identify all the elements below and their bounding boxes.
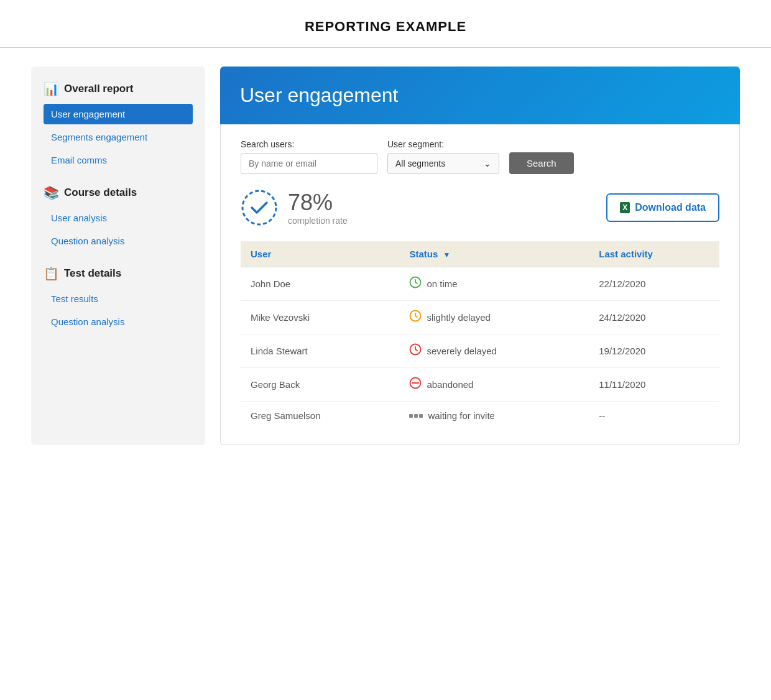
- excel-icon: X: [620, 202, 630, 213]
- cell-status: slightly delayed: [399, 301, 589, 334]
- table-header-row: User Status ▼ Last activity: [241, 241, 719, 267]
- sidebar-item-segments-engagement[interactable]: Segments engagement: [44, 127, 193, 147]
- table-row: Mike Vezovski slightly delayed24/12/2020: [241, 301, 719, 334]
- segment-select[interactable]: All segments ⌄: [387, 153, 499, 174]
- cell-last-activity: 11/11/2020: [589, 368, 719, 402]
- sidebar: 📊 Overall report User engagement Segment…: [31, 67, 205, 445]
- sort-arrow-icon: ▼: [443, 251, 450, 259]
- sidebar-heading-course: 📚 Course details: [44, 185, 193, 200]
- status-icon: [409, 276, 422, 292]
- segment-label: User segment:: [387, 139, 499, 149]
- content-header: User engagement: [220, 67, 740, 124]
- cell-last-activity: 22/12/2020: [589, 267, 719, 301]
- col-status[interactable]: Status ▼: [399, 241, 589, 267]
- rate-label: completion rate: [288, 216, 348, 226]
- status-cell: waiting for invite: [409, 410, 579, 421]
- sidebar-section-overall: 📊 Overall report User engagement Segment…: [44, 81, 193, 170]
- content-body: Search users: User segment: All segments…: [220, 124, 740, 445]
- content-title: User engagement: [240, 84, 720, 107]
- cell-last-activity: --: [589, 402, 719, 430]
- status-icon: [409, 377, 422, 392]
- status-text: slightly delayed: [427, 312, 491, 323]
- cell-user: Linda Stewart: [241, 334, 399, 368]
- sidebar-heading-overall-label: Overall report: [64, 83, 134, 95]
- sidebar-heading-overall: 📊 Overall report: [44, 81, 193, 96]
- stats-row: 78% completion rate X Download data: [241, 189, 719, 226]
- main-content: User engagement Search users: User segme…: [220, 67, 740, 445]
- completion-icon: [241, 189, 278, 226]
- status-text: abandoned: [427, 379, 473, 390]
- rate-percent: 78%: [288, 190, 348, 216]
- data-table: User Status ▼ Last activity John Doe o: [241, 241, 719, 430]
- svg-point-0: [242, 191, 276, 224]
- status-icon: [409, 343, 422, 359]
- status-text: on time: [427, 279, 457, 289]
- status-cell: abandoned: [409, 377, 579, 392]
- sidebar-item-email-comms[interactable]: Email comms: [44, 150, 193, 170]
- waiting-dots-icon: [409, 414, 423, 418]
- search-input[interactable]: [241, 153, 377, 174]
- sidebar-heading-test-label: Test details: [64, 267, 121, 280]
- completion-rate: 78% completion rate: [241, 189, 348, 226]
- page-title: REPORTING EXAMPLE: [0, 19, 771, 35]
- sidebar-heading-course-label: Course details: [64, 187, 137, 199]
- status-text: severely delayed: [427, 346, 497, 356]
- chart-icon: 📊: [44, 81, 59, 96]
- rate-text: 78% completion rate: [288, 190, 348, 226]
- sidebar-item-question-analysis-test[interactable]: Question analysis: [44, 311, 193, 332]
- cell-status: severely delayed: [399, 334, 589, 368]
- sidebar-item-question-analysis-course[interactable]: Question analysis: [44, 231, 193, 251]
- cell-status: abandoned: [399, 368, 589, 402]
- col-last-activity: Last activity: [589, 241, 719, 267]
- search-users-label: Search users:: [241, 139, 377, 149]
- download-label: Download data: [635, 202, 706, 213]
- table-row: Georg Back abandoned11/11/2020: [241, 368, 719, 402]
- status-text: waiting for invite: [428, 410, 495, 421]
- main-layout: 📊 Overall report User engagement Segment…: [12, 67, 759, 470]
- download-button[interactable]: X Download data: [606, 193, 719, 222]
- status-cell: severely delayed: [409, 343, 579, 359]
- sidebar-section-course: 📚 Course details User analysis Question …: [44, 185, 193, 251]
- cell-status: waiting for invite: [399, 402, 589, 430]
- table-row: Linda Stewart severely delayed19/12/2020: [241, 334, 719, 368]
- sidebar-item-user-engagement[interactable]: User engagement: [44, 104, 193, 124]
- sidebar-heading-test: 📋 Test details: [44, 266, 193, 281]
- segment-value: All segments: [395, 159, 445, 168]
- sidebar-section-test: 📋 Test details Test results Question ana…: [44, 266, 193, 332]
- clipboard-icon: 📋: [44, 266, 59, 281]
- sidebar-item-user-analysis[interactable]: User analysis: [44, 208, 193, 228]
- table-row: Greg Samuelsonwaiting for invite--: [241, 402, 719, 430]
- cell-user: Mike Vezovski: [241, 301, 399, 334]
- cell-user: John Doe: [241, 267, 399, 301]
- books-icon: 📚: [44, 185, 59, 200]
- search-row: Search users: User segment: All segments…: [241, 139, 719, 174]
- table-row: John Doe on time22/12/2020: [241, 267, 719, 301]
- status-cell: on time: [409, 276, 579, 292]
- page-header: REPORTING EXAMPLE: [0, 0, 771, 48]
- chevron-down-icon: ⌄: [484, 159, 491, 168]
- cell-last-activity: 19/12/2020: [589, 334, 719, 368]
- status-icon: [409, 310, 422, 325]
- segment-field: User segment: All segments ⌄: [387, 139, 499, 174]
- cell-user: Georg Back: [241, 368, 399, 402]
- col-user: User: [241, 241, 399, 267]
- search-users-field: Search users:: [241, 139, 377, 174]
- cell-last-activity: 24/12/2020: [589, 301, 719, 334]
- search-button[interactable]: Search: [509, 152, 574, 174]
- status-cell: slightly delayed: [409, 310, 579, 325]
- cell-status: on time: [399, 267, 589, 301]
- cell-user: Greg Samuelson: [241, 402, 399, 430]
- sidebar-item-test-results[interactable]: Test results: [44, 288, 193, 309]
